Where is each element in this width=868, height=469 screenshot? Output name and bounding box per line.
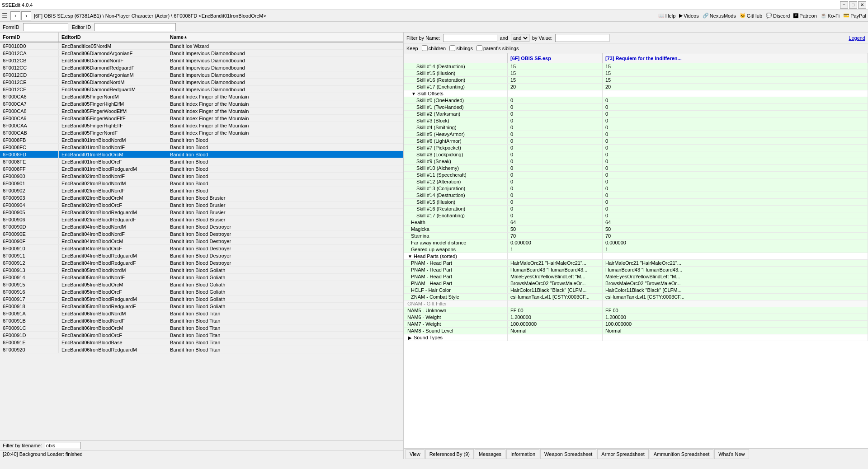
right-table-row[interactable]: Sound Types — [404, 334, 868, 341]
filter-filename-input[interactable] — [45, 442, 81, 449]
right-table-row[interactable]: Skill #15 (Illusion)1515 — [404, 70, 868, 77]
right-table-row[interactable]: Skill #2 (Marksman)00 — [404, 111, 868, 117]
nav-forward-button[interactable]: › — [21, 11, 31, 20]
right-table-row[interactable]: NAM6 - Weight1.2000001.200000 — [404, 314, 868, 321]
right-table-row[interactable]: Skill #4 (Smithing)00 — [404, 124, 868, 131]
discord-link[interactable]: 💬 Discord — [766, 13, 790, 19]
nexusmods-link[interactable]: 🔗 NexusMods — [703, 13, 736, 19]
table-row[interactable]: 6F000918EncBandit05IronBloodRedguardFBan… — [0, 303, 403, 310]
table-row[interactable]: 6F000915EncBandit05IronBloodOrcMBandit I… — [0, 281, 403, 288]
expand-icon[interactable] — [411, 91, 416, 96]
right-table-row[interactable]: Far away model distance0.0000000.000000 — [404, 239, 868, 246]
table-row[interactable]: 6F0012CCEncBandit06DiamondRedguardFBandi… — [0, 64, 403, 71]
hamburger-icon[interactable]: ☰ — [2, 12, 8, 19]
keep-siblings-checkbox[interactable] — [449, 45, 455, 51]
close-button[interactable]: ✕ — [858, 1, 866, 9]
table-row[interactable]: 6F0008FEEncBandit01IronBloodOrcFBandit I… — [0, 158, 403, 165]
table-row[interactable]: 6F000905EncBandit02IronBloodRedguardMBan… — [0, 209, 403, 216]
table-row[interactable]: 6F000CA9EncBandit05FingerWoodElfFBandit … — [0, 115, 403, 122]
table-row[interactable]: 6F00091AEncBandit06IronBloodNordMBandit … — [0, 310, 403, 317]
keep-siblings-label[interactable]: siblings — [449, 45, 473, 51]
table-row[interactable]: 6F0012CAEncBandit06DiamondArgonianFBandi… — [0, 50, 403, 57]
right-table-row[interactable]: Skill #13 (Conjuration)00 — [404, 185, 868, 192]
table-row[interactable]: 6F000CAAEncBandit05FingerHighElfFBandit … — [0, 122, 403, 129]
right-table-row[interactable]: Geared up weapons11 — [404, 246, 868, 253]
help-link[interactable]: 📖 Help — [658, 13, 676, 19]
table-row[interactable]: 6F000910EncBandit04IronBloodOrcFBandit I… — [0, 245, 403, 252]
th-editorid[interactable]: EditorID — [59, 33, 167, 42]
table-row[interactable]: 6F0008FDEncBandit01IronBloodOrcMBandit I… — [0, 151, 403, 158]
right-table-row[interactable]: Skill #15 (Illusion)00 — [404, 199, 868, 206]
table-row[interactable]: 6F0008FFEncBandit01IronBloodRedguardMBan… — [0, 165, 403, 173]
keep-parents-siblings-checkbox[interactable] — [476, 45, 482, 51]
expand-icon[interactable] — [407, 254, 413, 259]
right-table-row[interactable]: Skill #16 (Restoration)1515 — [404, 77, 868, 84]
filter-name-input[interactable] — [443, 34, 497, 42]
minimize-button[interactable]: − — [840, 1, 848, 9]
table-row[interactable]: 6F000903EncBandit02IronBloodOrcMBandit I… — [0, 194, 403, 202]
table-row[interactable]: 6F00091EEncBandit06IronBloodBaseBandit I… — [0, 339, 403, 346]
right-table-row[interactable]: Skill #3 (Block)00 — [404, 117, 868, 124]
keep-parents-siblings-label[interactable]: parent's siblings — [476, 45, 519, 51]
tab-armor-spreadsheet[interactable]: Armor Spreadsheet — [597, 449, 648, 459]
th-formid[interactable]: FormID — [0, 33, 59, 42]
table-row[interactable]: 6F000913EncBandit05IronBloodNordMBandit … — [0, 267, 403, 274]
kofi-link[interactable]: ☕ Ko-Fi — [821, 13, 840, 19]
tab-information[interactable]: Information — [506, 449, 539, 459]
right-table-row[interactable]: Magicka5050 — [404, 226, 868, 233]
tab-messages[interactable]: Messages — [475, 449, 505, 459]
table-row[interactable]: 6F0012CDEncBandit06DiamondArgonianMBandi… — [0, 71, 403, 79]
table-row[interactable]: 6F000CABEncBandit05FingerNordFBandit Ind… — [0, 129, 403, 136]
table-row[interactable]: 6F000911EncBandit04IronBloodRedguardMBan… — [0, 252, 403, 259]
right-table-row[interactable]: Skill #6 (LightArmor)00 — [404, 138, 868, 145]
right-table-row[interactable]: Skill #5 (HeavyArmor)00 — [404, 131, 868, 138]
table-row[interactable]: 6F000CA7EncBandit05FingerHighElfMBandit … — [0, 100, 403, 108]
right-table-row[interactable]: Skill #14 (Destruction)1515 — [404, 63, 868, 70]
table-row[interactable]: 6F000CA8EncBandit05FingerWoodElfMBandit … — [0, 108, 403, 115]
table-row[interactable]: 6F000901EncBandit02IronBloodNordMBandit … — [0, 180, 403, 187]
right-table-row[interactable]: Stamina7070 — [404, 233, 868, 239]
right-table-row[interactable]: Skill #11 (Speechcraft)00 — [404, 172, 868, 178]
right-table-row[interactable]: PNAM - Head PartMaleEyesOrcYellowBlindLe… — [404, 273, 868, 280]
right-table-row[interactable]: PNAM - Head PartHumanBeard43 "HumanBeard… — [404, 267, 868, 273]
table-row[interactable]: 6F0008FCEncBandit01IronBloodNordFBandit … — [0, 144, 403, 151]
github-link[interactable]: 🐱 GitHub — [740, 13, 762, 19]
right-table-row[interactable]: Skill #10 (Alchemy)00 — [404, 165, 868, 172]
keep-children-label[interactable]: children — [422, 45, 446, 51]
table-row[interactable]: 6F0012CBEncBandit06DiamondNordFBandit Im… — [0, 57, 403, 64]
right-table-row[interactable]: HCLF - Hair ColorHairColor11Black "Black… — [404, 287, 868, 294]
maximize-button[interactable]: □ — [849, 1, 857, 9]
table-row[interactable]: 6F000917EncBandit05IronBloodRedguardMBan… — [0, 295, 403, 303]
right-table-row[interactable]: Skill #7 (Pickpocket)00 — [404, 145, 868, 151]
table-row[interactable]: 6F000902EncBandit02IronBloodNordFBandit … — [0, 187, 403, 194]
right-table-row[interactable]: ZNAM - Combat StylecsHumanTankLvl1 [CSTY… — [404, 294, 868, 300]
right-table-row[interactable]: Skill #12 (Alteration)00 — [404, 178, 868, 185]
formid-input[interactable] — [23, 23, 68, 31]
table-row[interactable]: 6F000CA6EncBandit05FingerNordMBandit Ind… — [0, 93, 403, 100]
table-row[interactable]: 6F00090DEncBandit04IronBloodNordMBandit … — [0, 223, 403, 230]
keep-children-checkbox[interactable] — [422, 45, 428, 51]
tab-weapon-spreadsheet[interactable]: Weapon Spreadsheet — [540, 449, 596, 459]
table-row[interactable]: 6F0010D0EncBanditIce05NordMBandit Ice Wi… — [0, 42, 403, 50]
right-table-row[interactable]: Health6464 — [404, 219, 868, 226]
editorid-input[interactable] — [94, 23, 176, 31]
table-row[interactable]: 6F00090EEncBandit04IronBloodNordFBandit … — [0, 230, 403, 238]
right-table-row[interactable]: NAM5 - UnknownFF 00FF 00 — [404, 307, 868, 314]
right-table-row[interactable]: GNAM - Gift Filter — [404, 300, 868, 307]
tab-ammunition-spreadsheet[interactable]: Ammunition Spreadsheet — [650, 449, 714, 459]
expand-icon[interactable] — [407, 335, 413, 340]
table-row[interactable]: 6F00091DEncBandit06IronBloodOrcFBandit I… — [0, 332, 403, 339]
right-table-row[interactable]: NAM8 - Sound LevelNormalNormal — [404, 328, 868, 334]
table-row[interactable]: 6F00091CEncBandit06IronBloodOrcMBandit I… — [0, 324, 403, 332]
right-table-row[interactable]: Skill #9 (Sneak)00 — [404, 158, 868, 165]
right-table-row[interactable]: PNAM - Head PartHairMaleOrc21 "HairMaleO… — [404, 260, 868, 267]
right-table-row[interactable]: Skill #1 (TwoHanded)00 — [404, 104, 868, 111]
table-row[interactable]: 6F0012CEEncBandit06DiamondNordMBandit Im… — [0, 79, 403, 86]
videos-link[interactable]: ▶ Videos — [679, 13, 698, 19]
right-table-row[interactable]: NAM7 - Weight100.000000100.000000 — [404, 321, 868, 328]
tab-referenced-by-9[interactable]: Referenced By (9) — [425, 449, 474, 459]
legend-button[interactable]: Legend — [849, 35, 865, 41]
table-row[interactable]: 6F000904EncBandit02IronBloodOrcFBandit I… — [0, 202, 403, 209]
tab-what's-new[interactable]: What's New — [714, 449, 749, 459]
table-row[interactable]: 6F00091BEncBandit06IronBloodNordFBandit … — [0, 317, 403, 324]
